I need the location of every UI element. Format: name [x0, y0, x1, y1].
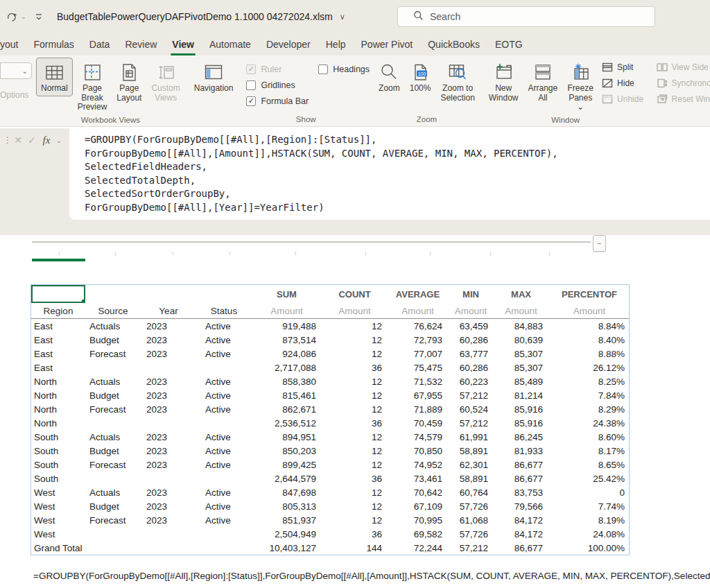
cell[interactable]: 850,203: [252, 446, 322, 456]
cell[interactable]: 70,459: [388, 418, 448, 429]
cell[interactable]: 75,475: [388, 363, 448, 373]
cell[interactable]: 62,301: [448, 460, 494, 470]
cell[interactable]: 86,677: [494, 543, 548, 553]
page-break-preview-button[interactable]: Page Break Preview: [73, 58, 112, 115]
field-header-year[interactable]: Year: [141, 306, 196, 316]
formula-input[interactable]: =GROUPBY(ForGroupByDemo[[#All],[Region]:…: [69, 128, 710, 220]
cell[interactable]: 57,726: [448, 501, 494, 512]
cell[interactable]: 8.19%: [548, 515, 630, 526]
cell[interactable]: 12: [322, 390, 388, 401]
cell[interactable]: 70,850: [388, 446, 448, 456]
cell[interactable]: Active: [196, 404, 252, 415]
cell[interactable]: 2023: [141, 404, 196, 415]
agg-header-average[interactable]: AVERAGE: [388, 289, 448, 300]
cell[interactable]: 2023: [141, 321, 196, 331]
split-button[interactable]: Split: [598, 59, 647, 75]
cell[interactable]: 2023: [141, 487, 196, 498]
cell[interactable]: 2023: [141, 335, 196, 345]
cell[interactable]: Forecast: [85, 460, 141, 470]
cell[interactable]: 12: [322, 501, 388, 512]
amount-header[interactable]: Amount: [252, 306, 322, 316]
cell[interactable]: 36: [322, 418, 388, 429]
cell[interactable]: 63,777: [448, 349, 494, 359]
cell[interactable]: North: [31, 418, 85, 429]
cell[interactable]: 85,489: [494, 377, 548, 387]
cell[interactable]: 85,916: [494, 404, 548, 415]
agg-header-max[interactable]: MAX: [494, 289, 548, 300]
cell[interactable]: West: [31, 515, 85, 526]
cell[interactable]: 83,753: [494, 487, 548, 498]
cell[interactable]: 69,582: [388, 529, 448, 539]
cell[interactable]: Active: [196, 321, 252, 331]
cell[interactable]: Active: [196, 432, 252, 442]
cell[interactable]: South: [31, 446, 85, 456]
hide-button[interactable]: Hide: [598, 75, 647, 91]
cell[interactable]: Grand Total: [31, 543, 85, 553]
cell[interactable]: 60,223: [448, 377, 494, 387]
cell[interactable]: South: [31, 432, 85, 442]
redo-icon[interactable]: [6, 10, 18, 23]
amount-header[interactable]: Amount: [548, 306, 630, 316]
cell[interactable]: 8.84%: [548, 321, 630, 331]
cell[interactable]: Active: [196, 460, 252, 470]
cell[interactable]: 8.65%: [548, 460, 630, 470]
cell[interactable]: 79,566: [494, 501, 548, 512]
cell[interactable]: 80,639: [494, 335, 548, 345]
cell[interactable]: 12: [322, 432, 388, 442]
gridlines-checkbox[interactable]: Gridlines: [246, 77, 309, 93]
sheet-view-dropdown[interactable]: ⌄: [0, 62, 32, 79]
cell[interactable]: South: [31, 474, 85, 484]
cell[interactable]: 81,214: [494, 390, 548, 401]
cell[interactable]: 7.84%: [548, 390, 630, 401]
cell[interactable]: North: [31, 377, 85, 387]
cell[interactable]: 7.74%: [548, 501, 630, 512]
agg-header-percentof[interactable]: PERCENTOF: [548, 289, 630, 300]
cell[interactable]: 873,514: [252, 335, 322, 345]
cell[interactable]: 851,937: [252, 515, 322, 526]
cell[interactable]: 2023: [141, 501, 196, 512]
sheet-view-options-label[interactable]: Options: [0, 90, 28, 100]
cell[interactable]: West: [31, 529, 85, 539]
cell[interactable]: East: [31, 363, 85, 373]
tab-developer[interactable]: Developer: [259, 33, 318, 55]
cell[interactable]: 57,212: [448, 543, 494, 553]
cell[interactable]: Budget: [85, 335, 141, 345]
cell[interactable]: 84,172: [494, 515, 548, 526]
cell[interactable]: Active: [196, 349, 252, 359]
agg-header-count[interactable]: COUNT: [322, 289, 388, 300]
cell[interactable]: 12: [322, 377, 388, 387]
active-sheet-indicator[interactable]: [32, 259, 85, 261]
cell[interactable]: East: [31, 335, 85, 345]
cell[interactable]: 2023: [141, 349, 196, 359]
cell[interactable]: 8.40%: [548, 335, 630, 345]
zoom-to-selection-button[interactable]: Zoom to Selection: [435, 58, 479, 105]
cell[interactable]: Budget: [85, 446, 141, 456]
cell[interactable]: Actuals: [85, 432, 141, 442]
cell[interactable]: Forecast: [85, 404, 141, 415]
cell[interactable]: 70,642: [388, 487, 448, 498]
cell[interactable]: East: [31, 321, 85, 331]
cell[interactable]: 86,677: [494, 474, 548, 484]
cell[interactable]: 847,698: [252, 487, 322, 498]
cell[interactable]: Active: [196, 487, 252, 498]
collapse-button[interactable]: −: [593, 235, 606, 252]
cell[interactable]: 899,425: [252, 460, 322, 470]
cell[interactable]: 805,313: [252, 501, 322, 512]
tab-automate[interactable]: Automate: [202, 33, 259, 55]
cell[interactable]: 67,955: [388, 390, 448, 401]
cell[interactable]: 57,212: [448, 418, 494, 429]
tab-data[interactable]: Data: [82, 33, 118, 55]
cell[interactable]: 12: [322, 487, 388, 498]
cell[interactable]: 2,504,949: [252, 529, 322, 539]
cell[interactable]: 12: [322, 335, 388, 345]
cell[interactable]: 36: [322, 529, 388, 539]
tab-power-pivot[interactable]: Power Pivot: [354, 33, 421, 55]
cell[interactable]: 86,245: [494, 432, 548, 442]
cell[interactable]: 72,793: [388, 335, 448, 345]
field-header-region[interactable]: Region: [31, 306, 85, 316]
cell[interactable]: 60,764: [448, 487, 494, 498]
qat-customize-icon[interactable]: [35, 12, 43, 21]
insert-function-icon[interactable]: fx: [39, 132, 54, 148]
formula-bar-drag-handle[interactable]: ⋮: [4, 132, 11, 148]
tab-layout-partial[interactable]: yout: [0, 33, 26, 55]
